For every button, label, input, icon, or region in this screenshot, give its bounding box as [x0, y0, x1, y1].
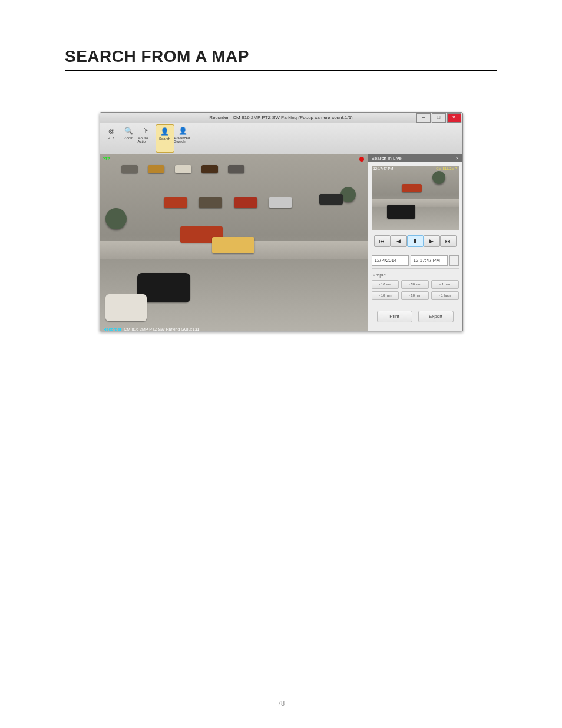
- live-view[interactable]: PTZ Recorder CM-816 2MP PTZ SW Parking G…: [100, 154, 368, 331]
- print-button[interactable]: Print: [377, 311, 412, 322]
- camera-name: CM-816 2MP PTZ SW Parking GUID:131: [124, 327, 199, 331]
- record-indicator-icon: [359, 157, 364, 162]
- page-number: 78: [0, 700, 562, 707]
- ptz-label: PTZ: [108, 136, 114, 140]
- thumb-camera: CM-816/2MP: [436, 167, 457, 170]
- toolbar: ◎ PTZ 🔍 Zoom 🖱 Mouse Action 👤 Search 👤: [100, 123, 462, 154]
- search-label: Search: [159, 137, 170, 140]
- advanced-search-label: Advanced Search: [174, 136, 192, 143]
- zoom-label: Zoom: [124, 136, 133, 140]
- thumb-timestamp: 12:17:47 PM: [373, 167, 394, 170]
- search-button[interactable]: 👤 Search: [156, 124, 174, 153]
- play-reverse-button[interactable]: ◀: [391, 235, 407, 247]
- jump-30m[interactable]: - 30 min: [401, 291, 429, 300]
- app-window: Recorder - CM-816 2MP PTZ SW Parking (Po…: [100, 112, 463, 331]
- window-title: Recorder - CM-816 2MP PTZ SW Parking (Po…: [209, 115, 353, 120]
- search-panel: Search In Live × 12:17:47 PM CM-816/2MP: [368, 154, 462, 331]
- advanced-search-button[interactable]: 👤 Advanced Search: [174, 124, 192, 151]
- time-spinner[interactable]: [449, 255, 459, 266]
- skip-back-button[interactable]: ⏮: [374, 235, 391, 247]
- export-button[interactable]: Export: [418, 311, 454, 322]
- advanced-search-icon: 👤: [178, 126, 189, 136]
- play-button[interactable]: ▶: [424, 235, 440, 247]
- jump-10s[interactable]: - 10 sec: [372, 280, 399, 289]
- time-picker[interactable]: 12:17:47 PM: [411, 255, 448, 266]
- simple-section-label: Simple: [372, 272, 459, 278]
- jump-1m[interactable]: - 1 min: [431, 280, 459, 289]
- jump-30s[interactable]: - 30 sec: [401, 280, 429, 289]
- zoom-button[interactable]: 🔍 Zoom: [120, 124, 138, 151]
- ptz-button[interactable]: ◎ PTZ: [103, 124, 120, 151]
- window-titlebar: Recorder - CM-816 2MP PTZ SW Parking (Po…: [100, 113, 462, 123]
- jump-1h[interactable]: - 1 hour: [431, 291, 459, 300]
- panel-title: Search In Live: [372, 156, 402, 161]
- recorder-tag: Recorder: [104, 327, 122, 331]
- jump-10m[interactable]: - 10 min: [372, 291, 399, 300]
- window-close[interactable]: ×: [447, 113, 461, 123]
- window-minimize[interactable]: –: [416, 113, 431, 123]
- date-picker[interactable]: 12/ 4/2014: [372, 255, 409, 266]
- panel-close-icon[interactable]: ×: [456, 156, 459, 161]
- page-title: SEARCH FROM A MAP: [65, 47, 497, 71]
- mouse-action-label: Mouse Action: [138, 136, 156, 143]
- skip-forward-button[interactable]: ⏭: [440, 235, 457, 247]
- search-thumbnail[interactable]: 12:17:47 PM CM-816/2MP: [372, 166, 459, 230]
- camera-label: Recorder CM-816 2MP PTZ SW Parking GUID:…: [104, 327, 200, 331]
- pause-button[interactable]: ⏸: [407, 235, 424, 247]
- ptz-badge: PTZ: [103, 157, 110, 161]
- zoom-icon: 🔍: [124, 126, 134, 136]
- search-icon: 👤: [160, 126, 170, 137]
- mouse-action-button[interactable]: 🖱 Mouse Action: [138, 124, 156, 151]
- mouse-icon: 🖱: [141, 126, 152, 136]
- playback-controls: ⏮ ◀ ⏸ ▶ ⏭: [372, 235, 459, 247]
- ptz-icon: ◎: [106, 126, 117, 136]
- window-maximize[interactable]: □: [432, 113, 446, 123]
